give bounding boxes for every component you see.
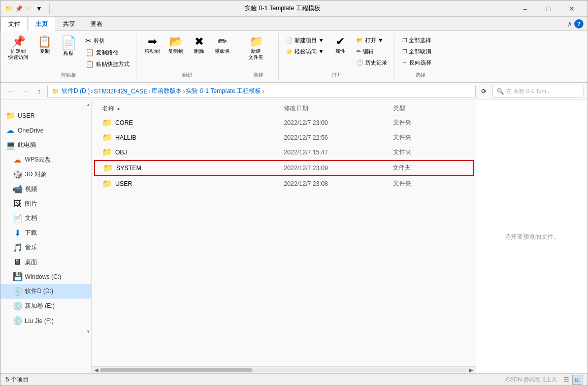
ribbon-group-clipboard: 📌 固定到快速访问 📋 复制 📄 粘贴: [1, 33, 137, 80]
sidebar-item-onedrive[interactable]: ☁ OneDrive: [1, 123, 91, 138]
file-row-system[interactable]: 📁 SYSTEM 2022/12/7 23:09 文件夹: [94, 160, 474, 176]
paste-shortcut-button[interactable]: 📋粘贴快捷方式: [82, 58, 133, 70]
sidebar-item-f-drive[interactable]: 💿 Liu Jie (F:): [1, 313, 91, 328]
path-part-case[interactable]: STM32F429_CASE: [94, 88, 147, 95]
sidebar-item-e-drive[interactable]: 💿 新加卷 (E:): [1, 299, 91, 313]
horizontal-scrollbar[interactable]: ◀ ▶: [92, 366, 476, 373]
close-button[interactable]: ✕: [560, 1, 583, 17]
path-folder-icon: 📁: [52, 88, 59, 95]
d-drive-icon: 💿: [13, 286, 22, 296]
hscroll-left[interactable]: ◀: [93, 367, 100, 374]
delete-icon: ✖: [194, 36, 204, 47]
edit-button[interactable]: ✏ 编辑: [353, 46, 390, 57]
cut-label: 剪切: [93, 37, 105, 45]
up-button[interactable]: ↑: [33, 85, 45, 98]
sidebar-item-music-label: 音乐: [25, 243, 37, 252]
forward-button[interactable]: →: [19, 85, 31, 98]
paste-button[interactable]: 📄 粘贴: [57, 34, 80, 58]
col-header-name[interactable]: 名称 ▲: [102, 104, 284, 113]
pin-quickaccess-button[interactable]: 📌 固定到快速访问: [5, 34, 32, 62]
copy-to-button[interactable]: 📂 复制到: [165, 34, 187, 56]
tiles-view-button[interactable]: ⊞: [572, 375, 582, 385]
sidebar-item-d-drive[interactable]: 💿 软件D (D:): [1, 284, 91, 299]
sidebar-item-downloads[interactable]: ⬇ 下载: [1, 226, 91, 240]
rename-label: 重命名: [215, 48, 230, 54]
wps-icon: ☁: [13, 155, 22, 165]
tab-home[interactable]: 主页: [28, 17, 55, 31]
sidebar-item-video-label: 视频: [25, 185, 37, 194]
easy-access-button[interactable]: ⭐ 轻松访问 ▼: [283, 46, 327, 57]
ribbon-collapse-icon[interactable]: ∧: [567, 20, 572, 28]
file-row-user[interactable]: 📁 USER 2022/12/7 23:08 文件夹: [92, 176, 476, 191]
check-icon: ✓: [25, 5, 33, 13]
hscroll-right[interactable]: ▶: [468, 367, 475, 374]
file-list-header[interactable]: 名称 ▲ 修改日期 类型: [92, 102, 476, 115]
sidebar-item-c-drive[interactable]: 💾 Windows (C:): [1, 269, 91, 284]
open-button[interactable]: 📂 打开 ▼: [353, 35, 390, 46]
sidebar-scroll-down[interactable]: ▼: [86, 329, 90, 334]
3d-icon: 🎲: [13, 170, 22, 179]
sidebar-item-video[interactable]: 📹 视频: [1, 182, 91, 197]
file-row-hallib[interactable]: 📁 HALLIB 2022/12/7 22:56 文件夹: [92, 130, 476, 145]
sidebar-item-wps[interactable]: ☁ WPS云盘: [1, 152, 91, 167]
back-button[interactable]: ←: [5, 85, 17, 98]
file-type-obj: 文件夹: [393, 148, 466, 156]
address-bar: ← → ↑ 📁 软件D (D:) › STM32F429_CASE › 库函数版…: [1, 83, 587, 100]
copy-path-button[interactable]: 📋复制路径: [82, 47, 133, 58]
copy-path-icon: 📋: [85, 48, 94, 56]
tab-view[interactable]: 查看: [83, 17, 110, 31]
select-all-button[interactable]: ☐ 全部选择: [399, 35, 435, 46]
move-to-button[interactable]: ➡ 移动到: [141, 34, 164, 56]
sidebar-item-pictures[interactable]: 🖼 图片: [1, 197, 91, 211]
cut-button[interactable]: ✂剪切: [82, 35, 133, 46]
tab-share[interactable]: 共享: [55, 17, 83, 31]
sidebar-item-3d[interactable]: 🎲 3D 对象: [1, 167, 91, 182]
refresh-button[interactable]: ⟳: [478, 85, 490, 98]
sidebar-item-desktop[interactable]: 🖥 桌面: [1, 255, 91, 269]
hscroll-thumb[interactable]: [100, 368, 252, 372]
user-folder-icon: 📁: [6, 111, 15, 120]
title-bar-icons: 📁 📌 ✓ ▼: [5, 5, 43, 13]
col-header-date[interactable]: 修改日期: [284, 104, 393, 113]
invert-selection-button[interactable]: ↔ 反向选择: [399, 57, 435, 68]
sidebar-item-thispc-label: 此电脑: [18, 141, 36, 149]
sidebar-item-user[interactable]: 📁 USER: [1, 108, 91, 123]
item-count: 5 个项目: [6, 375, 29, 384]
new-folder-button[interactable]: 📁 新建文件夹: [242, 34, 270, 62]
sidebar-item-thispc[interactable]: 💻 此电脑: [1, 138, 91, 152]
file-row-obj[interactable]: 📁 OBJ 2022/12/7 15:47 文件夹: [92, 145, 476, 159]
paste-label: 粘贴: [63, 50, 74, 56]
details-view-button[interactable]: ☰: [561, 375, 571, 385]
ribbon-group-organize: ➡ 移动到 📂 复制到 ✖ 删除: [137, 33, 238, 80]
rename-button[interactable]: ✏ 重命名: [211, 34, 234, 56]
col-header-type[interactable]: 类型: [393, 104, 466, 113]
sidebar-item-3d-label: 3D 对象: [25, 170, 47, 179]
path-part-drive[interactable]: 软件D (D:): [61, 87, 90, 95]
window-icon: 📁: [5, 5, 13, 13]
history-button[interactable]: 🕐 历史记录: [353, 57, 390, 68]
video-icon: 📹: [13, 184, 22, 194]
copy-to-label: 复制到: [168, 48, 183, 54]
maximize-button[interactable]: □: [537, 1, 560, 17]
sidebar-scroll-up[interactable]: ▲: [86, 102, 90, 107]
copy-button[interactable]: 📋 复制: [34, 34, 55, 56]
new-item-button[interactable]: 📄 新建项目 ▼: [283, 35, 327, 46]
properties-button[interactable]: ✔ 属性: [329, 34, 351, 56]
title-controls: – □ ✕: [513, 1, 583, 17]
deselect-all-button[interactable]: ☐ 全部取消: [399, 46, 435, 57]
sidebar-item-music[interactable]: 🎵 音乐: [1, 240, 91, 255]
delete-button[interactable]: ✖ 删除: [188, 34, 210, 56]
sidebar-item-documents[interactable]: 📄 文档: [1, 211, 91, 226]
paste-icon: 📄: [60, 36, 77, 49]
search-box[interactable]: 🔍 在 实验 0-1 Tem...: [492, 85, 583, 98]
path-part-lib[interactable]: 库函数版本: [151, 87, 182, 95]
pin-quickaccess-label: 固定到快速访问: [8, 48, 28, 60]
minimize-button[interactable]: –: [513, 1, 537, 17]
properties-icon: ✔: [336, 36, 345, 47]
tab-file[interactable]: 文件: [1, 17, 28, 31]
path-part-current[interactable]: 实验 0-1 Template 工程模板: [186, 87, 261, 95]
file-row-core[interactable]: 📁 CORE 2022/12/7 23:00 文件夹: [92, 115, 476, 130]
help-icon[interactable]: ?: [574, 19, 583, 28]
hscroll-track[interactable]: [100, 368, 468, 372]
address-path[interactable]: 📁 软件D (D:) › STM32F429_CASE › 库函数版本 › 实验…: [47, 85, 476, 98]
